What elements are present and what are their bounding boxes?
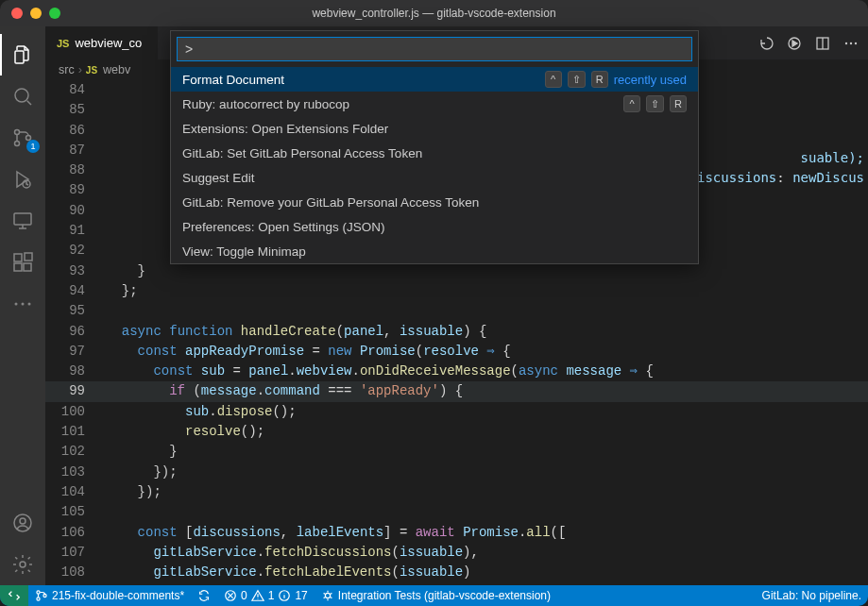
svg-rect-8 [14,263,22,271]
command-palette-list: Format Document^⇧Rrecently usedRuby: aut… [171,67,698,263]
line-number: 84 [45,80,106,100]
code-line[interactable]: 100 sub.dispose(); [45,402,868,422]
remote-explorer-icon[interactable] [0,200,45,242]
branch-name: 215-fix-double-comments* [52,589,184,602]
command-palette-item[interactable]: Extensions: Open Extensions Folder [171,116,698,141]
keybinding-key: ^ [623,95,640,112]
tab-label: webview_co [75,36,142,50]
command-palette-input[interactable] [177,37,692,61]
line-number: 85 [45,100,106,120]
code-content: }); [106,463,868,482]
accounts-icon[interactable] [0,502,45,544]
command-palette-item[interactable]: GitLab: Remove your GitLab Personal Acce… [171,190,698,214]
keybinding-key: ^ [545,71,562,88]
source-control-icon[interactable]: 1 [0,117,45,159]
warning-count: 1 [268,589,275,602]
line-number: 99 [45,381,106,401]
command-palette-item[interactable]: Suggest Edit [171,165,698,190]
svg-point-12 [22,303,25,306]
svg-point-22 [37,591,40,594]
git-branch-status[interactable]: 215-fix-double-comments* [28,585,191,606]
open-changes-icon[interactable] [787,36,802,51]
code-content: }; [106,281,868,301]
code-line[interactable]: 94 }; [45,281,868,301]
breadcrumb-segment[interactable]: src [59,63,75,76]
line-number: 103 [45,463,106,482]
svg-point-21 [855,42,857,43]
command-palette-item[interactable]: Ruby: autocorrect by rubocop^⇧R [171,92,698,116]
svg-point-13 [28,303,31,306]
svg-point-2 [15,130,20,135]
line-number: 106 [45,523,106,543]
maximize-window-button[interactable] [49,8,60,19]
split-editor-icon[interactable] [815,36,830,51]
line-number: 101 [45,422,106,442]
code-content [106,301,868,321]
line-number: 96 [45,322,106,342]
line-number: 86 [45,121,106,141]
code-line[interactable]: 96 async function handleCreate(panel, is… [45,322,868,342]
code-line[interactable]: 106 const [discussions, labelEvents] = a… [45,523,868,543]
line-number: 89 [45,180,106,200]
code-line[interactable]: 99 if (message.command === 'appReady') { [45,381,868,401]
svg-point-23 [37,598,40,600]
search-icon[interactable] [0,76,45,117]
line-number: 104 [45,482,106,502]
more-icon[interactable] [0,283,45,325]
explorer-icon[interactable] [0,34,45,76]
scm-badge: 1 [26,140,40,153]
command-palette-item[interactable]: View: Toggle Minimap [171,239,698,263]
code-line[interactable]: 105 [45,502,868,522]
chevron-right-icon: › [78,63,82,76]
code-line[interactable]: 101 resolve(); [45,422,868,442]
code-line[interactable]: 98 const sub = panel.webview.onDidReceiv… [45,362,868,381]
keybinding-key: ⇧ [646,95,664,112]
error-count: 0 [241,589,247,602]
code-fragment: suable); [801,150,864,165]
debug-target-label: Integration Tests (gitlab-vscode-extensi… [338,589,551,602]
run-debug-icon[interactable] [0,159,45,200]
line-number: 95 [45,301,106,321]
command-label: Extensions: Open Extensions Folder [182,122,679,136]
command-palette-item[interactable]: Format Document^⇧Rrecently used [171,67,698,92]
code-line[interactable]: 97 const appReadyPromise = new Promise(r… [45,342,868,362]
command-label: GitLab: Set GitLab Personal Access Token [182,146,679,160]
command-label: Format Document [182,73,537,87]
window-title: webview_controller.js — gitlab-vscode-ex… [0,7,868,20]
line-number: 94 [45,281,106,301]
code-line[interactable]: 102 } [45,442,868,462]
breadcrumb-segment[interactable]: webv [103,63,130,76]
code-content: const appReadyPromise = new Promise(reso… [106,342,868,362]
gitlab-pipeline-status[interactable]: GitLab: No pipeline. [756,589,868,602]
line-number: 105 [45,502,106,522]
code-content: const [discussions, labelEvents] = await… [106,523,868,543]
svg-point-15 [20,518,26,524]
status-bar: 215-fix-double-comments* 0 1 17 Integrat… [0,585,868,606]
settings-gear-icon[interactable] [0,544,45,585]
line-number: 97 [45,342,106,362]
minimize-window-button[interactable] [30,8,42,19]
js-file-icon: JS [86,65,97,76]
code-line[interactable]: 108 gitLabService.fetchLabelEvents(issua… [45,563,868,582]
close-window-button[interactable] [11,8,23,19]
debug-target[interactable]: Integration Tests (gitlab-vscode-extensi… [315,585,557,606]
code-line[interactable]: 107 gitLabService.fetchDiscussions(issua… [45,543,868,563]
remote-indicator[interactable] [0,585,28,606]
extensions-icon[interactable] [0,242,45,283]
go-back-icon[interactable] [758,36,774,51]
line-number: 107 [45,543,106,563]
keybinding-key: R [670,95,687,112]
command-palette-item[interactable]: GitLab: Set GitLab Personal Access Token [171,141,698,165]
code-line[interactable]: 103 }); [45,463,868,482]
code-line[interactable]: 104 }); [45,482,868,502]
problems-status[interactable]: 0 1 17 [217,585,315,606]
code-content: const sub = panel.webview.onDidReceiveMe… [106,362,868,381]
sync-status[interactable] [191,585,217,606]
more-actions-icon[interactable] [843,36,859,51]
code-line[interactable]: 95 [45,301,868,321]
code-content: }); [106,482,868,502]
command-palette-item[interactable]: Preferences: Open Settings (JSON) [171,214,698,239]
code-content: gitLabService.fetchDiscussions(issuable)… [106,543,868,563]
svg-point-19 [845,42,847,43]
editor-tab[interactable]: JS webview_co [45,26,159,59]
